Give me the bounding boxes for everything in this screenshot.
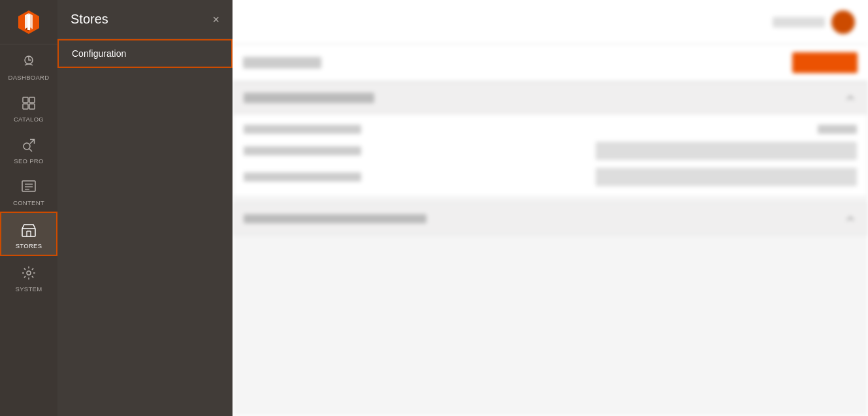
svg-rect-10 [29, 104, 35, 109]
system-icon [20, 264, 38, 282]
catalog-icon [20, 94, 38, 112]
sidebar-item-catalog-label: CATALOG [14, 116, 44, 123]
sidebar-item-seo-pro[interactable]: SEO PRO [0, 128, 57, 170]
sidebar-item-seo-pro-label: SEO PRO [14, 157, 43, 165]
sidebar-item-content[interactable]: CONTENT [0, 170, 57, 212]
sidebar-item-system[interactable]: SYSTEM [0, 256, 57, 298]
user-avatar [831, 10, 855, 34]
field-row-3 [244, 168, 857, 186]
chevron-up-icon-2 [844, 212, 857, 225]
field-label-3 [244, 172, 361, 182]
sidebar-item-dashboard-label: DASHBOARD [8, 74, 50, 81]
svg-rect-9 [23, 104, 28, 109]
config-section-2 [233, 202, 868, 235]
sidebar-logo [0, 0, 57, 44]
stores-submenu-panel: Stores × Configuration [57, 0, 233, 416]
main-header [233, 0, 868, 44]
dashboard-icon [20, 52, 38, 71]
header-user [773, 10, 855, 34]
field-row-2 [244, 142, 857, 160]
field-label-2 [244, 146, 361, 155]
field-input-3 [596, 168, 857, 186]
sidebar-item-system-label: SYSTEM [16, 285, 42, 293]
field-row-1 [244, 125, 857, 134]
svg-rect-7 [23, 97, 28, 103]
svg-point-11 [24, 143, 30, 150]
field-label-1 [244, 125, 361, 134]
submenu-close-button[interactable]: × [212, 14, 219, 25]
chevron-up-icon [844, 91, 857, 104]
sidebar-item-stores-label: STORES [16, 242, 42, 249]
main-content [233, 0, 868, 416]
svg-point-21 [27, 271, 31, 275]
submenu-header: Stores × [57, 0, 233, 39]
section-2-title [244, 214, 426, 223]
page-toolbar [233, 44, 868, 82]
field-input-2 [596, 142, 857, 160]
svg-rect-8 [29, 97, 35, 103]
sidebar-item-stores[interactable]: STORES [0, 212, 57, 256]
sidebar-item-catalog[interactable]: CATALOG [0, 86, 57, 128]
page-title-placeholder [243, 57, 321, 69]
save-config-button[interactable] [792, 52, 858, 73]
user-name-block [773, 17, 825, 27]
sidebar-item-content-label: CONTENT [13, 199, 44, 206]
magento-logo-icon [16, 9, 42, 35]
stores-icon [20, 221, 38, 239]
submenu-title: Stores [71, 12, 108, 27]
submenu-item-configuration[interactable]: Configuration [57, 39, 233, 68]
field-value-1 [818, 125, 857, 134]
section-1-header[interactable] [233, 82, 867, 114]
section-1-title [244, 93, 374, 103]
section-1-body [233, 114, 867, 197]
seo-icon [20, 136, 38, 154]
sidebar: DASHBOARD CATALOG SEO PRO [0, 0, 57, 416]
section-2-header[interactable] [233, 203, 867, 234]
content-icon [20, 178, 38, 196]
sidebar-item-dashboard[interactable]: DASHBOARD [0, 44, 57, 86]
svg-rect-3 [27, 14, 30, 30]
config-section-1 [233, 82, 868, 197]
svg-rect-17 [22, 229, 35, 236]
svg-line-12 [29, 149, 32, 152]
